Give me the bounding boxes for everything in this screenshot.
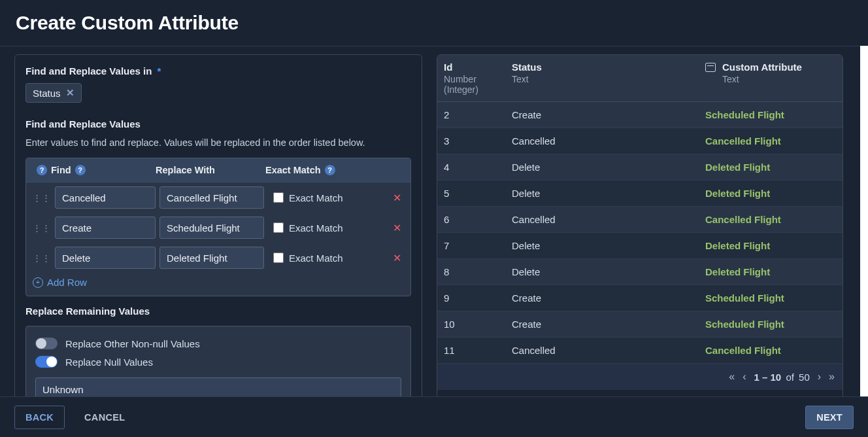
plus-icon: + [33, 277, 43, 288]
cell-custom: Scheduled Flight [705, 319, 836, 330]
table-row: 6CancelledCancelled Flight [437, 207, 843, 233]
col-status-type: Text [512, 74, 705, 84]
chip-label: Status [33, 88, 61, 99]
preview-panel: Id Number (Integer) Status Text Custom A… [437, 54, 843, 422]
cell-custom: Cancelled Flight [705, 135, 836, 147]
pagination-bar: « ‹ 1 – 10 of 50 › » [437, 364, 843, 390]
remove-chip-icon[interactable]: ✕ [66, 87, 75, 99]
selected-column-chip[interactable]: Status ✕ [25, 83, 82, 103]
cell-custom: Deleted Flight [705, 266, 836, 277]
table-row: 9CreateScheduled Flight [437, 285, 843, 311]
find-values-hint: Enter values to find and replace. Values… [25, 136, 411, 150]
cell-custom: Deleted Flight [705, 188, 836, 199]
table-row: 2CreateScheduled Flight [437, 102, 843, 128]
page-last-icon[interactable]: » [829, 371, 835, 383]
preview-body: 2CreateScheduled Flight3CancelledCancell… [437, 102, 843, 364]
rules-table: ? Find ? Replace With Exact Match ? ⋮⋮ [25, 158, 411, 296]
toggle-nonnull[interactable] [35, 338, 58, 349]
cell-status: Delete [512, 162, 705, 173]
cell-id: 5 [444, 188, 512, 199]
col-find-label: Find [51, 165, 71, 175]
exact-match-label: Exact Match [289, 192, 343, 203]
col-replace-label: Replace With [156, 165, 265, 175]
page-of-label: of [786, 372, 794, 383]
table-row: 4DeleteDeleted Flight [437, 154, 843, 181]
delete-row-icon[interactable]: ✕ [393, 252, 404, 264]
find-values-label: Find and Replace Values [25, 118, 411, 130]
cell-id: 10 [444, 319, 512, 330]
find-input[interactable] [55, 186, 156, 209]
cell-id: 3 [444, 135, 512, 147]
page-first-icon[interactable]: « [729, 371, 735, 383]
cell-custom: Scheduled Flight [705, 109, 836, 120]
page-range: 1 – 10 of 50 [754, 372, 810, 383]
toggle-nonnull-label: Replace Other Non-null Values [65, 338, 200, 349]
col-id-type: Number (Integer) [444, 74, 512, 95]
cell-custom: Deleted Flight [705, 240, 836, 251]
replace-input[interactable] [159, 186, 264, 209]
cell-id: 7 [444, 240, 512, 251]
vertical-scrollbar[interactable] [860, 46, 868, 396]
add-row-button[interactable]: + Add Row [26, 273, 93, 289]
replace-input[interactable] [159, 247, 264, 269]
cell-status: Create [512, 292, 705, 304]
rules-header: ? Find ? Replace With Exact Match ? [26, 158, 410, 183]
page-prev-icon[interactable]: ‹ [743, 371, 746, 383]
replace-input[interactable] [159, 217, 264, 239]
cell-custom: Scheduled Flight [705, 292, 836, 304]
cell-custom: Deleted Flight [705, 162, 836, 173]
page-title: Create Custom Attribute [16, 12, 852, 34]
exact-match-checkbox[interactable] [273, 253, 284, 263]
find-in-label: Find and Replace Values in * [25, 65, 411, 77]
page-range-value: 1 – 10 [754, 372, 782, 383]
cell-status: Cancelled [512, 135, 705, 147]
cell-status: Delete [512, 188, 705, 199]
cell-status: Delete [512, 240, 705, 251]
table-row: 3CancelledCancelled Flight [437, 128, 843, 154]
cancel-button[interactable]: CANCEL [74, 406, 135, 428]
help-icon[interactable]: ? [37, 165, 47, 175]
table-row: 7DeleteDeleted Flight [437, 233, 843, 259]
exact-match-checkbox[interactable] [273, 192, 284, 203]
rule-row: ⋮⋮ Exact Match ✕ [26, 183, 410, 213]
drag-handle-icon[interactable]: ⋮⋮ [33, 223, 51, 233]
drag-handle-icon[interactable]: ⋮⋮ [33, 253, 51, 263]
help-icon[interactable]: ? [75, 165, 86, 175]
col-custom-type: Text [722, 74, 836, 84]
exact-match-checkbox[interactable] [273, 222, 284, 233]
toggle-null[interactable] [35, 356, 58, 368]
cell-id: 4 [444, 162, 512, 173]
wizard-footer: BACK CANCEL NEXT [0, 396, 868, 437]
table-row: 10CreateScheduled Flight [437, 311, 843, 338]
delete-row-icon[interactable]: ✕ [393, 192, 404, 204]
cell-status: Delete [512, 266, 705, 277]
delete-row-icon[interactable]: ✕ [393, 222, 404, 234]
drag-handle-icon[interactable]: ⋮⋮ [33, 193, 51, 203]
page-next-icon[interactable]: › [818, 371, 821, 383]
cell-custom: Cancelled Flight [705, 345, 836, 356]
cell-status: Cancelled [512, 214, 705, 225]
exact-match-label: Exact Match [289, 222, 343, 234]
find-in-label-text: Find and Replace Values in [25, 65, 152, 77]
col-custom-name: Custom Attribute [722, 61, 802, 73]
cell-status: Create [512, 319, 705, 330]
back-button[interactable]: BACK [14, 406, 65, 429]
cell-id: 2 [444, 109, 512, 120]
cell-id: 11 [444, 345, 512, 356]
table-row: 5DeleteDeleted Flight [437, 181, 843, 207]
cell-id: 6 [444, 214, 512, 225]
toggle-null-label: Replace Null Values [65, 357, 153, 368]
required-asterisk: * [158, 65, 161, 77]
preview-header: Id Number (Integer) Status Text Custom A… [437, 55, 843, 102]
cell-id: 8 [444, 266, 512, 277]
cell-status: Cancelled [512, 345, 705, 356]
rule-row: ⋮⋮ Exact Match ✕ [26, 243, 410, 273]
calculated-column-icon [705, 63, 716, 72]
remaining-label: Replace Remaining Values [25, 306, 411, 317]
cell-id: 9 [444, 292, 512, 304]
rule-row: ⋮⋮ Exact Match ✕ [26, 213, 410, 243]
find-input[interactable] [55, 217, 156, 239]
next-button[interactable]: NEXT [805, 406, 854, 429]
help-icon[interactable]: ? [325, 165, 335, 175]
find-input[interactable] [55, 247, 156, 269]
